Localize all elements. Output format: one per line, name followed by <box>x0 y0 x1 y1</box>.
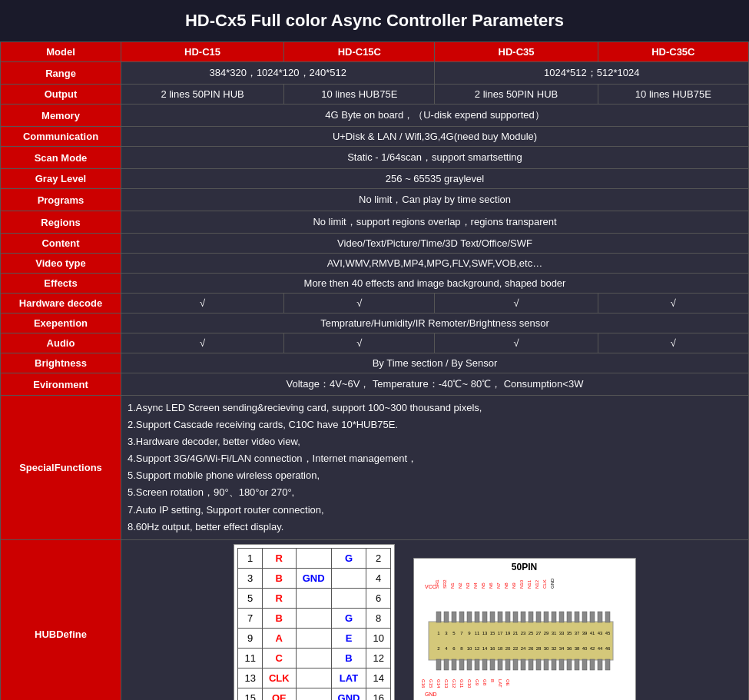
svg-text:G14: G14 <box>436 679 441 688</box>
row-value-brightness: By Time section / By Sensor <box>121 353 749 373</box>
svg-text:13: 13 <box>482 631 487 635</box>
svg-rect-48 <box>490 659 495 670</box>
svg-rect-58 <box>567 659 572 670</box>
svg-rect-50 <box>505 659 510 670</box>
svg-text:12: 12 <box>474 646 479 651</box>
svg-text:G12: G12 <box>452 679 456 688</box>
row-value-output-2: 10 lines HUB75E <box>284 85 435 105</box>
header-col3: HD-C35 <box>435 42 598 62</box>
svg-rect-18 <box>436 612 441 622</box>
svg-rect-24 <box>482 612 487 622</box>
table-row: Programs No limit，Can play by time secti… <box>1 189 749 211</box>
special-functions-value: 1.Async LED Screen sending&recieving car… <box>121 396 749 540</box>
svg-text:14: 14 <box>482 646 487 651</box>
svg-rect-20 <box>452 612 456 622</box>
svg-text:23: 23 <box>520 631 525 635</box>
row-value-audio-3: √ <box>435 333 598 353</box>
svg-rect-30 <box>529 612 533 622</box>
row-label-communication: Communication <box>1 127 121 147</box>
svg-rect-54 <box>536 659 541 670</box>
sf-line-8: 8.60Hz output, better effect display. <box>128 519 742 536</box>
svg-text:N1: N1 <box>450 582 455 589</box>
row-value-range-left: 384*320，1024*120，240*512 <box>121 62 435 85</box>
table-row: Output 2 lines 50PIN HUB 10 lines HUB75E… <box>1 85 749 105</box>
svg-text:33: 33 <box>558 631 564 635</box>
svg-rect-59 <box>575 659 579 670</box>
row-label-range: Range <box>1 62 121 85</box>
row-value-video-type: AVI,WMV,RMVB,MP4,MPG,FLV,SWF,VOB,etc… <box>121 254 749 274</box>
svg-rect-23 <box>475 612 479 622</box>
svg-rect-60 <box>582 659 587 670</box>
svg-text:N12: N12 <box>535 580 539 589</box>
svg-text:N3: N3 <box>466 582 470 589</box>
table-row: Evironment Voltage：4V~6V， Temperature：-4… <box>1 373 749 396</box>
table-row: Memory 4G Byte on board，（U-disk expend s… <box>1 105 749 127</box>
svg-text:31: 31 <box>551 631 556 635</box>
svg-text:SR2: SR2 <box>442 579 447 589</box>
row-label-hardware-decode: Hardware decode <box>1 294 121 314</box>
svg-text:18: 18 <box>497 646 502 651</box>
table-row: Brightness By Time section / By Sensor <box>1 353 749 373</box>
svg-text:32: 32 <box>551 646 556 651</box>
svg-rect-21 <box>459 612 464 622</box>
svg-rect-55 <box>544 659 548 670</box>
svg-text:38: 38 <box>574 646 579 651</box>
svg-text:39: 39 <box>582 631 587 635</box>
svg-text:10: 10 <box>466 646 472 651</box>
table-row: Scan Mode Static - 1/64scan，support smar… <box>1 147 749 169</box>
svg-rect-32 <box>544 612 548 622</box>
svg-text:35: 35 <box>566 631 572 635</box>
svg-text:N9: N9 <box>512 582 516 589</box>
row-value-communication: U+Disk & LAN / Wifi,3G,4G(need buy Modul… <box>121 127 749 147</box>
row-label-effects: Effects <box>1 274 121 294</box>
row-label-memory: Memory <box>1 105 121 127</box>
row-label-video-type: Video type <box>1 254 121 274</box>
svg-rect-28 <box>513 612 518 622</box>
svg-text:N7: N7 <box>496 582 501 589</box>
page-title: HD-Cx5 Full color Async Controller Param… <box>0 0 749 41</box>
svg-text:G13: G13 <box>444 679 449 688</box>
header-model: Model <box>1 42 121 62</box>
row-label-gray-level: Gray Level <box>1 169 121 189</box>
svg-rect-62 <box>598 659 602 670</box>
row-label-exepention: Exepention <box>1 314 121 333</box>
row-label-content: Content <box>1 234 121 254</box>
svg-text:16: 16 <box>489 646 495 651</box>
table-row: Gray Level 256 ~ 65535 graylevel <box>1 169 749 189</box>
svg-text:15: 15 <box>489 631 495 635</box>
sf-line-1: 1.Async LED Screen sending&recieving car… <box>128 400 742 416</box>
svg-text:11: 11 <box>474 631 479 635</box>
svg-rect-40 <box>605 612 610 622</box>
row-value-exepention: Temprature/Humidity/IR Remoter/Brightnes… <box>121 314 749 333</box>
svg-text:G15: G15 <box>429 679 433 688</box>
hub-images-cell: 1RG2 3BGND4 5R6 7BG8 9AE10 11CB12 13CLKL… <box>121 539 749 700</box>
svg-rect-49 <box>498 659 502 670</box>
row-value-audio-2: √ <box>284 333 435 353</box>
pin50-svg: VCC SR1 SR2 N1 N2 N3 N4 N5 N6 N7 N8 <box>417 576 632 700</box>
special-functions-row: SpecialFunctions 1.Async LED Screen send… <box>1 396 749 540</box>
svg-text:30: 30 <box>543 646 548 651</box>
svg-text:43: 43 <box>597 631 602 635</box>
row-value-programs: No limit，Can play by time section <box>121 189 749 211</box>
svg-text:B: B <box>490 679 495 682</box>
row-value-hw-decode-4: √ <box>598 294 748 314</box>
table-row: Regions No limit，support regions overlap… <box>1 211 749 234</box>
svg-rect-56 <box>552 659 556 670</box>
row-value-output-4: 10 lines HUB75E <box>598 85 748 105</box>
row-label-programs: Programs <box>1 189 121 211</box>
svg-text:21: 21 <box>512 631 518 635</box>
svg-text:46: 46 <box>605 646 610 651</box>
sf-line-4: 4.Support 3G/4G/Wi-Fi/LAN connection，Int… <box>128 450 742 467</box>
svg-text:N6: N6 <box>489 582 493 589</box>
svg-text:41: 41 <box>589 631 595 635</box>
svg-text:G9: G9 <box>475 679 479 686</box>
svg-rect-51 <box>513 659 518 670</box>
svg-text:25: 25 <box>528 631 533 635</box>
svg-text:G10: G10 <box>467 679 472 688</box>
table-row: Effects More then 40 effects and image b… <box>1 274 749 294</box>
header-col4: HD-C35C <box>598 42 748 62</box>
sf-line-7: 7.Auto IP setting, Support router connec… <box>128 502 742 519</box>
svg-text:28: 28 <box>535 646 541 651</box>
svg-text:N4: N4 <box>473 582 478 589</box>
svg-rect-43 <box>452 659 456 670</box>
